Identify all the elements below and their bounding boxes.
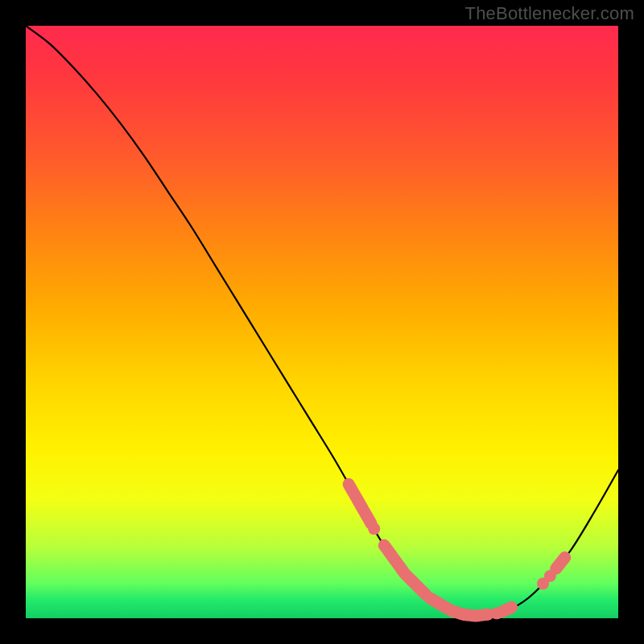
curve-marker-pill	[384, 545, 407, 576]
bottleneck-curve	[26, 26, 618, 616]
markers-group	[349, 484, 565, 619]
chart-container: TheBottlenecker.com	[0, 0, 644, 644]
watermark-text: TheBottlenecker.com	[465, 3, 634, 24]
curve-marker-pill	[556, 558, 565, 569]
curve-marker-pill	[452, 611, 488, 616]
curve-marker-pill	[349, 484, 363, 510]
curve-marker-dot	[368, 522, 380, 535]
curve-marker-pill	[365, 512, 371, 523]
chart-svg	[26, 26, 618, 618]
curve-marker-pill	[502, 607, 511, 611]
curve-marker-pill	[409, 578, 426, 595]
curve-group	[26, 26, 618, 616]
plot-area	[26, 26, 618, 618]
